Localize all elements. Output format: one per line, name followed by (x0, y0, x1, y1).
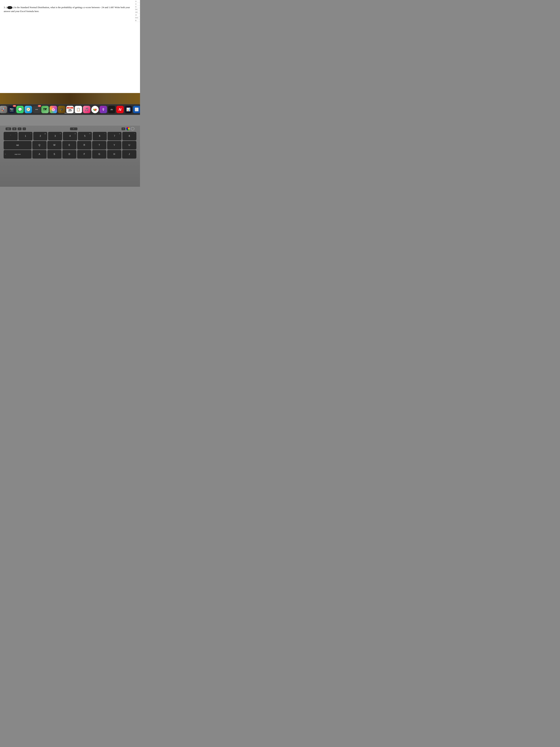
laptop-screen: 3. () In the Standard Normal Distributio… (0, 0, 140, 115)
dock-icon-maps[interactable]: 🗺 (41, 106, 49, 113)
dock-icon-safari[interactable]: 🧭 (25, 106, 32, 113)
tb-double-slash-key[interactable]: // (122, 127, 125, 130)
key-6[interactable]: ^ 6 (93, 132, 107, 140)
key-u[interactable]: U (122, 141, 136, 149)
dock-icon-calendar[interactable]: OCT 25 (66, 106, 74, 113)
dock-icon-music[interactable]: 🎵 (83, 106, 90, 113)
key-5[interactable]: % 5 (78, 132, 92, 140)
sidebar-item-8: its (135, 19, 140, 22)
sidebar-panel: ov ov im Doc ovie ovi Docu its (135, 0, 140, 93)
dock-icon-stocks[interactable]: 📊 (125, 106, 132, 113)
dock-icon-keynote[interactable]: ⬜ (133, 106, 140, 113)
tb-type-key[interactable]: T (70, 127, 77, 130)
sidebar-item-2: ov (135, 3, 140, 5)
dock-icon-itunesu[interactable]: 🎓 (58, 106, 65, 113)
calendar-month: OCT (67, 107, 73, 108)
desktop-wallpaper (0, 93, 140, 104)
key-w[interactable]: W (47, 141, 61, 149)
key-3[interactable]: # 3 (48, 132, 62, 140)
key-f[interactable]: F (77, 150, 91, 158)
key-capslock[interactable]: caps lock (4, 150, 31, 158)
dock-icons-container: 🔵 🚀 📷 150 💬 🧭 ••• 132 (0, 106, 140, 113)
key-j[interactable]: J (122, 150, 136, 158)
tb-chevron-key[interactable]: > (18, 127, 22, 130)
question-text: 3. () In the Standard Normal Distributio… (4, 5, 136, 14)
pencil-circle-icon: () (6, 6, 14, 9)
sidebar-item-7: Docu (135, 17, 140, 19)
key-r[interactable]: R (77, 141, 91, 149)
sidebar-item-4: Doc (135, 8, 140, 11)
question-body: In the Standard Normal Distribution, wha… (4, 6, 130, 12)
dock-icon-netflix[interactable]: N (116, 106, 124, 113)
messages-badge: 132 (38, 105, 41, 107)
key-2[interactable]: @ 2 (33, 132, 47, 140)
key-7[interactable]: & 7 (108, 132, 122, 140)
macbook-pro-label: MacBook Pro (64, 112, 76, 114)
photos-badge: 150 (13, 105, 16, 107)
sidebar-item-5: ovie (135, 11, 140, 14)
dock-icon-chrome[interactable] (91, 106, 99, 113)
tb-color-wheel-key[interactable] (126, 127, 130, 130)
qwerty-row: tab Q W E R T Y U (4, 141, 136, 149)
key-e[interactable]: E (62, 141, 77, 149)
key-backtick[interactable]: ~ ` (4, 132, 18, 140)
number-row: ~ ` ! 1 @ 2 # 3 $ 4 % 5 (4, 132, 136, 140)
key-1[interactable]: ! 1 (19, 132, 32, 140)
key-y[interactable]: Y (107, 141, 121, 149)
dock-icon-appletv[interactable]: étv (108, 106, 115, 113)
key-tab[interactable]: tab (4, 141, 31, 149)
dock-icon-reminders[interactable]: 📋 (75, 106, 82, 113)
key-4[interactable]: $ 4 (63, 132, 77, 140)
question-number: 3. (4, 6, 5, 9)
sidebar-item-6: ovi (135, 14, 140, 17)
key-g[interactable]: G (92, 150, 106, 158)
document-area: 3. () In the Standard Normal Distributio… (0, 0, 140, 93)
keyboard-area: esc ⊙ > / T // ~ ` ! 1 @ 2 # (0, 126, 140, 187)
chrome-icon (93, 107, 97, 112)
key-s[interactable]: S (47, 150, 61, 158)
sidebar-item-3: im (135, 5, 140, 8)
dock-icon-photos-burst[interactable]: 🌸 (50, 106, 57, 113)
tb-circle-key[interactable] (131, 127, 134, 130)
dock-icon-photos[interactable]: 📷 150 (8, 106, 16, 113)
key-8[interactable]: * 8 (123, 132, 136, 140)
tb-slash-key[interactable]: / (23, 127, 26, 130)
key-a[interactable]: A (32, 150, 47, 158)
sidebar-item-1: ov (135, 0, 140, 3)
keyboard-rows: ~ ` ! 1 @ 2 # 3 $ 4 % 5 (4, 132, 136, 158)
touch-bar: esc ⊙ > / T // (4, 127, 136, 130)
dock-icon-launchpad[interactable]: 🚀 (0, 106, 7, 113)
key-d[interactable]: D (62, 150, 77, 158)
asdf-row: caps lock A S D F G H J (4, 150, 136, 158)
dock-icon-messages[interactable]: 💬 (16, 106, 24, 113)
key-h[interactable]: H (107, 150, 121, 158)
dock: 🔵 🚀 📷 150 💬 🧭 ••• 132 (0, 104, 140, 115)
dock-icon-more[interactable]: ••• 132 (33, 106, 41, 113)
calendar-day: 25 (68, 108, 72, 112)
esc-key[interactable]: esc (5, 127, 11, 130)
dock-icon-podcasts[interactable]: 🎙 (100, 106, 107, 113)
key-t[interactable]: T (92, 141, 106, 149)
key-q[interactable]: Q (32, 141, 47, 149)
tb-siri-key[interactable]: ⊙ (12, 127, 17, 130)
